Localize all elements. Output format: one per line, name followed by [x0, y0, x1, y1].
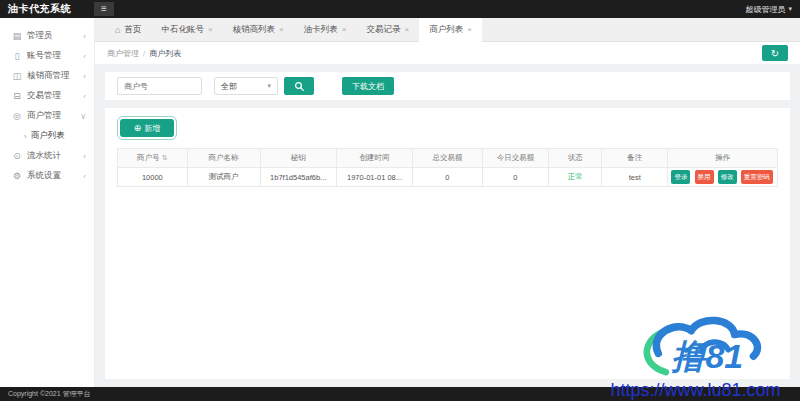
- body-row: ▤ 管理员 ‹ ▯ 账号管理 ‹ ◫ 核销商管理 ‹ ⊟ 交易管理 ‹ ◎ 商户: [0, 18, 800, 387]
- sidebar-item-label: 流水统计: [27, 150, 78, 162]
- sidebar-item-merchants[interactable]: ◎ 商户管理 ∨: [0, 106, 94, 126]
- sidebar-item-merchant-list[interactable]: › 商户列表: [0, 126, 94, 146]
- cell-remark: test: [602, 168, 668, 187]
- close-icon[interactable]: ×: [208, 25, 213, 34]
- breadcrumb-current: 商户列表: [149, 48, 181, 59]
- col-total-amount: 总交易额: [413, 149, 483, 168]
- tab-label: 交易记录: [366, 24, 400, 36]
- cell-total-amount: 0: [413, 168, 483, 187]
- search-button[interactable]: [284, 77, 314, 95]
- chevron-left-icon: ‹: [83, 152, 86, 161]
- sidebar-item-label: 系统设置: [27, 170, 78, 182]
- admin-icon: ▤: [12, 31, 22, 41]
- cell-today-amount: 0: [482, 168, 548, 187]
- user-menu[interactable]: 超级管理员 ▾: [745, 4, 792, 15]
- status-badge: 正常: [568, 172, 583, 181]
- sidebar-item-settings[interactable]: ⚙ 系统设置 ‹: [0, 166, 94, 186]
- store-icon: ◫: [12, 71, 22, 81]
- more-actions-icon[interactable]: …: [776, 172, 778, 181]
- cell-merchant-no: 10000: [118, 168, 188, 187]
- close-icon[interactable]: ×: [279, 25, 284, 34]
- footer-bar: Copyright ©2021 管理平台: [0, 387, 800, 401]
- col-created-time: 创建时间: [336, 149, 412, 168]
- plus-icon: ⊕: [134, 123, 142, 133]
- chevron-down-icon: ▾: [267, 82, 271, 90]
- content-area: 全部 ▾ 下载文档 ⊕ 新增: [95, 64, 800, 387]
- tab-merchant-list[interactable]: 商户列表 ×: [419, 18, 482, 42]
- top-bar: 油卡代充系统 ≡ 超级管理员 ▾: [0, 0, 800, 18]
- col-status: 状态: [549, 149, 602, 168]
- add-button-label: 新增: [144, 123, 160, 134]
- col-today-amount: 今日交易额: [482, 149, 548, 168]
- status-select[interactable]: 全部 ▾: [214, 77, 278, 95]
- chevron-down-icon: ∨: [80, 112, 86, 121]
- submenu-arrow-icon: ›: [24, 132, 27, 141]
- close-icon[interactable]: ×: [467, 25, 472, 34]
- sidebar-subitem-label: 商户列表: [31, 130, 65, 142]
- breadcrumb-parent[interactable]: 商户管理: [107, 48, 139, 59]
- user-name: 超级管理员: [745, 4, 785, 15]
- login-button[interactable]: 登录: [671, 170, 690, 184]
- card-icon: ⊟: [12, 91, 22, 101]
- cell-actions: 登录 禁用 修改 重置密码 …: [668, 168, 778, 187]
- tab-home[interactable]: ⌂ 首页: [105, 18, 151, 41]
- download-docs-button[interactable]: 下载文档: [342, 77, 394, 95]
- app-window: 油卡代充系统 ≡ 超级管理员 ▾ ▤ 管理员 ‹ ▯ 账号管理 ‹ ◫ 核销商管…: [0, 0, 800, 401]
- refresh-icon: ↻: [771, 48, 779, 59]
- tab-verifier-list[interactable]: 核销商列表 ×: [223, 18, 294, 41]
- merchant-no-input[interactable]: [117, 77, 202, 95]
- sidebar-item-accounts[interactable]: ▯ 账号管理 ‹: [0, 46, 94, 66]
- disable-button[interactable]: 禁用: [695, 170, 714, 184]
- col-actions: 操作: [668, 149, 778, 168]
- chevron-left-icon: ‹: [83, 52, 86, 61]
- col-merchant-name: 商户名称: [187, 149, 260, 168]
- header-label: 商户号: [137, 153, 160, 162]
- cell-secret-key: 1b7f1d545af6b...: [260, 168, 336, 187]
- gear-icon: ⚙: [12, 171, 22, 181]
- tab-fuel-card-list[interactable]: 油卡列表 ×: [294, 18, 357, 41]
- cell-created-time: 1970-01-01 08...: [336, 168, 412, 187]
- cell-status: 正常: [549, 168, 602, 187]
- chevron-left-icon: ‹: [83, 92, 86, 101]
- chevron-left-icon: ‹: [83, 32, 86, 41]
- add-merchant-button[interactable]: ⊕ 新增: [120, 119, 174, 137]
- col-secret-key: 秘钥: [260, 149, 336, 168]
- stats-icon: ⊙: [12, 151, 22, 161]
- sidebar-toggle-button[interactable]: ≡: [94, 2, 114, 16]
- tab-label: 核销商列表: [233, 24, 276, 36]
- merchant-table: 商户号 ⇅ 商户名称 秘钥 创建时间 总交易额 今日交易额 状态 备注 操: [117, 148, 778, 187]
- status-select-value: 全部: [221, 81, 237, 92]
- close-icon[interactable]: ×: [404, 25, 409, 34]
- main-area: ⌂ 首页 中石化账号 × 核销商列表 × 油卡列表 × 交易记录 ×: [95, 18, 800, 387]
- sidebar-item-label: 账号管理: [27, 50, 78, 62]
- table-row: 10000 测试商户 1b7f1d545af6b... 1970-01-01 0…: [118, 168, 778, 187]
- chevron-down-icon: ▾: [788, 5, 792, 13]
- reset-password-button[interactable]: 重置密码: [741, 170, 773, 184]
- sidebar-item-label: 管理员: [27, 30, 78, 42]
- sidebar-item-label: 核销商管理: [27, 70, 78, 82]
- sidebar-item-admin[interactable]: ▤ 管理员 ‹: [0, 26, 94, 46]
- sidebar-item-label: 交易管理: [27, 90, 78, 102]
- phone-icon: ▯: [12, 51, 22, 61]
- edit-button[interactable]: 修改: [718, 170, 737, 184]
- copyright-text: Copyright ©2021 管理平台: [8, 389, 91, 399]
- sidebar-item-statistics[interactable]: ⊙ 流水统计 ‹: [0, 146, 94, 166]
- sidebar-item-verifiers[interactable]: ◫ 核销商管理 ‹: [0, 66, 94, 86]
- sidebar-item-transactions[interactable]: ⊟ 交易管理 ‹: [0, 86, 94, 106]
- tab-strip: ⌂ 首页 中石化账号 × 核销商列表 × 油卡列表 × 交易记录 ×: [95, 18, 800, 42]
- cell-merchant-name: 测试商户: [187, 168, 260, 187]
- tab-sinopec-accounts[interactable]: 中石化账号 ×: [151, 18, 222, 41]
- close-icon[interactable]: ×: [342, 25, 347, 34]
- chevron-left-icon: ‹: [83, 172, 86, 181]
- people-icon: ◎: [12, 111, 22, 121]
- tab-label: 首页: [124, 24, 141, 36]
- chevron-left-icon: ‹: [83, 72, 86, 81]
- col-remark: 备注: [602, 149, 668, 168]
- tab-transaction-records[interactable]: 交易记录 ×: [356, 18, 419, 41]
- refresh-button[interactable]: ↻: [762, 45, 788, 61]
- breadcrumb-separator: /: [143, 49, 145, 58]
- table-header-row: 商户号 ⇅ 商户名称 秘钥 创建时间 总交易额 今日交易额 状态 备注 操: [118, 149, 778, 168]
- sort-icon[interactable]: ⇅: [162, 154, 168, 161]
- filter-panel: 全部 ▾ 下载文档: [105, 72, 790, 100]
- tab-label: 中石化账号: [161, 24, 204, 36]
